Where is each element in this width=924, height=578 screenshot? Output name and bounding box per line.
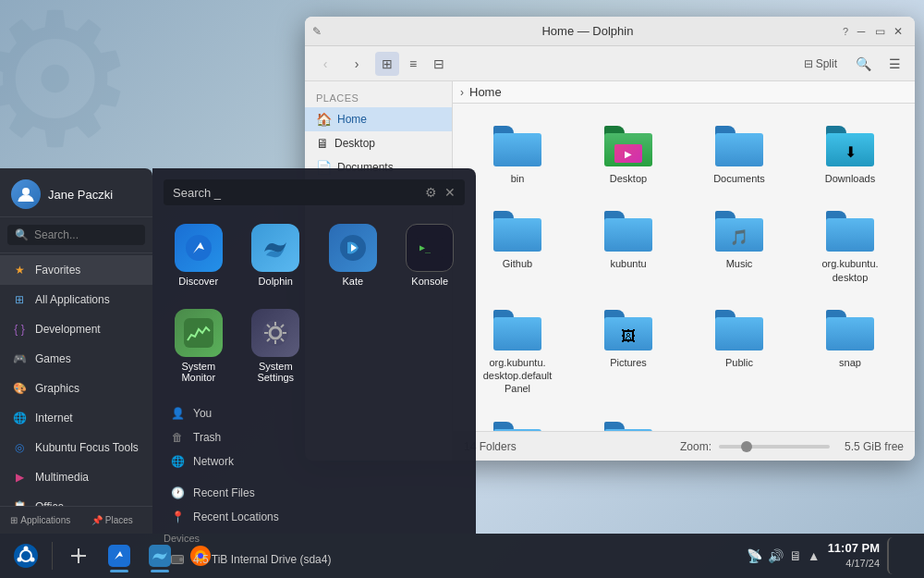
column-view-button[interactable]: ⊟: [427, 52, 451, 76]
menu-item-graphics-label: Graphics: [35, 382, 79, 395]
taskbar-systray: 📡 🔊 🖥 ▲: [747, 548, 821, 563]
app-menu: Jane Paczki 🔍 ★ Favorites ⊞ All Applicat…: [0, 168, 152, 534]
tray-volume-icon[interactable]: 🔊: [768, 548, 784, 563]
svg-point-14: [24, 547, 29, 551]
launcher-recent-files[interactable]: 🕐 Recent Files: [164, 481, 465, 505]
tray-display-icon[interactable]: 🖥: [789, 548, 802, 563]
folder-bin[interactable]: bin: [468, 118, 567, 192]
win-help-btn[interactable]: ?: [843, 26, 848, 37]
recent-files-label: Recent Files: [193, 486, 255, 499]
menu-item-multimedia[interactable]: ▶ Multimedia: [0, 462, 152, 492]
detail-view-button[interactable]: ≡: [401, 52, 425, 76]
launcher-search-bar: Search _ ⚙ ✕: [164, 179, 465, 205]
recent-locations-icon: 📍: [169, 509, 186, 525]
folder-downloads[interactable]: ⬇ Downloads: [800, 118, 900, 192]
menu-search-input[interactable]: [34, 228, 138, 241]
menu-item-development[interactable]: { } Development: [0, 314, 152, 344]
launcher-drive[interactable]: 4.5 TiB Internal Drive (sda4): [164, 547, 465, 572]
zoom-slider[interactable]: [719, 445, 830, 449]
tray-cast-icon[interactable]: 📡: [747, 548, 762, 563]
view-buttons: ⊞ ≡ ⊟: [375, 52, 451, 76]
taskbar-kubuntu-icon[interactable]: [7, 537, 44, 574]
folder-documents[interactable]: Documents: [689, 118, 789, 192]
folder-templates[interactable]: Templates: [468, 414, 567, 431]
win-edit-icon: ✎: [312, 25, 322, 38]
footer-applications-btn[interactable]: ⊞ Applications: [7, 512, 74, 528]
folder-github-icon: [493, 211, 541, 252]
sidebar-desktop[interactable]: 🖥 Desktop: [305, 131, 452, 155]
launcher-close-icon[interactable]: ✕: [444, 185, 456, 200]
menu-footer: ⊞ Applications 📌 Places: [0, 506, 152, 534]
menu-item-all-applications[interactable]: ⊞ All Applications: [0, 285, 152, 314]
launcher-filter-icon[interactable]: ⚙: [425, 185, 437, 200]
folder-music[interactable]: 🎵 Music: [689, 203, 789, 291]
launcher-app-dolphin[interactable]: Dolphin: [241, 216, 311, 294]
home-icon: 🏠: [316, 112, 332, 127]
folder-snap-icon: [826, 310, 874, 350]
trash-icon: 🗑: [169, 429, 186, 446]
forward-button[interactable]: ›: [344, 51, 370, 77]
folder-kubuntu-icon: [604, 211, 652, 252]
folder-downloads-label: Downloads: [825, 172, 875, 185]
taskbar-network-icon[interactable]: [60, 537, 97, 574]
folder-desktop[interactable]: ▶ Desktop: [578, 118, 678, 192]
svg-text:▶_: ▶_: [419, 242, 432, 253]
folder-public[interactable]: Public: [689, 302, 789, 403]
launcher-app-syssel[interactable]: System Settings: [241, 301, 311, 390]
icon-view-button[interactable]: ⊞: [375, 52, 399, 76]
launcher-app-konsole[interactable]: ▶_ Konsole: [395, 216, 466, 294]
back-button[interactable]: ‹: [312, 51, 338, 77]
menu-search-icon: 🔍: [15, 228, 29, 241]
folder-public-icon: [715, 310, 763, 350]
folder-desktop-icon: ▶: [604, 126, 652, 166]
folder-kubuntu[interactable]: kubuntu: [578, 203, 678, 291]
taskbar-show-desktop-icon[interactable]: [887, 537, 913, 574]
folder-templates-icon: [493, 422, 541, 431]
files-grid: bin ▶ Desktop: [453, 104, 915, 431]
folder-snap[interactable]: snap: [800, 302, 900, 403]
menu-item-games[interactable]: 🎮 Games: [0, 344, 152, 374]
kate-app-icon: [329, 224, 377, 272]
menu-item-favorites[interactable]: ★ Favorites: [0, 255, 152, 285]
launcher-you[interactable]: 👤 You: [164, 401, 465, 425]
window-controls: ✎: [312, 25, 325, 38]
launcher-app-sysmon[interactable]: System Monitor: [164, 301, 234, 390]
win-close-btn[interactable]: ✕: [889, 22, 907, 41]
launcher-places-section: 👤 You 🗑 Trash 🌐 Network: [164, 401, 465, 473]
tray-chevron-icon[interactable]: ▲: [808, 548, 821, 563]
win-min-btn[interactable]: ─: [852, 22, 870, 41]
app-menu-header: Jane Paczki: [0, 168, 152, 217]
office-icon: 📋: [11, 498, 28, 506]
launcher-app-kate[interactable]: Kate: [318, 216, 388, 294]
menu-button[interactable]: ☰: [881, 51, 907, 77]
gear-decoration-1: ⚙: [0, 0, 138, 188]
menu-search: 🔍: [0, 217, 152, 253]
menu-item-internet[interactable]: 🌐 Internet: [0, 403, 152, 433]
dolphin-toolbar: ‹ › ⊞ ≡ ⊟ ⊟ Split 🔍 ☰: [305, 46, 915, 81]
folder-snap-label: snap: [839, 356, 861, 369]
folder-pictures[interactable]: 🖼 Pictures: [578, 302, 678, 403]
folder-org-kubuntu-desktop-default-panel[interactable]: org.kubuntu.desktop.defaultPanel: [468, 302, 567, 403]
launcher-network[interactable]: 🌐 Network: [164, 449, 465, 473]
launcher-trash[interactable]: 🗑 Trash: [164, 425, 465, 449]
launcher-recent-locations[interactable]: 📍 Recent Locations: [164, 505, 465, 529]
search-button[interactable]: 🔍: [850, 51, 876, 77]
folder-pictures-icon: 🖼: [604, 310, 652, 350]
folder-public-label: Public: [725, 356, 753, 369]
win-max-btn[interactable]: ▭: [870, 22, 889, 41]
menu-item-office[interactable]: 📋 Office: [0, 492, 152, 506]
svg-point-15: [30, 558, 35, 562]
menu-item-kubuntu-focus[interactable]: ◎ Kubuntu Focus Tools: [0, 433, 152, 462]
sidebar-home[interactable]: 🏠 Home: [305, 107, 452, 131]
launcher-app-discover[interactable]: Discover: [164, 216, 234, 294]
folder-org-kubuntu-desktop[interactable]: org.kubuntu.desktop: [800, 203, 900, 291]
menu-item-graphics[interactable]: 🎨 Graphics: [0, 374, 152, 403]
folder-videos[interactable]: 🎬 Videos: [578, 414, 678, 431]
taskbar-clock[interactable]: 11:07 PM 4/17/24: [828, 541, 880, 570]
footer-places-btn[interactable]: 📌 Places: [79, 512, 146, 528]
launcher-devices-section: Devices 4.5 TiB Internal Drive (sda4): [164, 533, 465, 572]
taskbar-discover-icon[interactable]: [101, 537, 138, 574]
split-button[interactable]: ⊟ Split: [796, 54, 845, 74]
folder-github[interactable]: Github: [468, 203, 567, 291]
desktop-icon: 🖥: [316, 136, 329, 151]
